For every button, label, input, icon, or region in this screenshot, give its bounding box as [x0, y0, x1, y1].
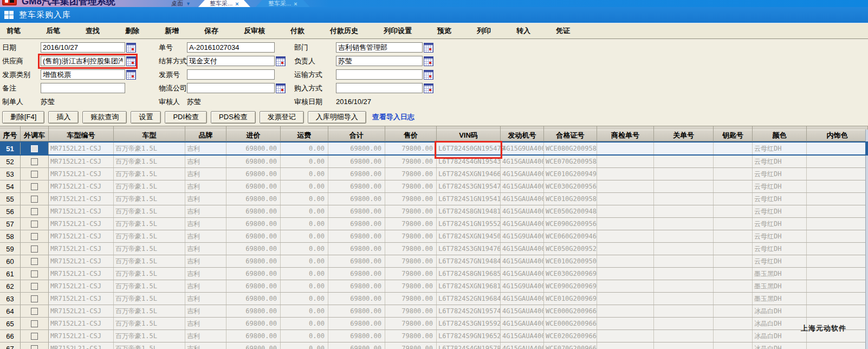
cell-key_no[interactable] — [714, 205, 753, 217]
cell-brand[interactable]: 吉利 — [185, 180, 226, 192]
cell-key_no[interactable] — [714, 330, 753, 342]
cell-seq[interactable]: 63 — [0, 293, 21, 305]
table-row[interactable]: 53MR7152L21-CSJ百万帝豪1.5L吉利69800.000.00698… — [0, 168, 868, 180]
cell-vin[interactable]: L6T7824SXGN196817 — [437, 280, 501, 292]
lookup-picker-icon[interactable] — [424, 83, 433, 93]
cell-price_in[interactable]: 69800.00 — [226, 255, 281, 267]
cell-price_sell[interactable]: 79800.00 — [385, 305, 437, 317]
cell-transfer[interactable] — [21, 255, 49, 267]
column-header-customs[interactable]: 关单号 — [654, 130, 714, 141]
cell-cert[interactable]: WCE060G20094665 — [544, 230, 597, 242]
cell-cert[interactable]: WCE090G20095690 — [544, 218, 597, 230]
action-button-3[interactable]: 设置 — [131, 111, 161, 124]
cell-vin[interactable]: L6T7824S8GN196850 — [437, 268, 501, 280]
cell-price_sell[interactable]: 79800.00 — [385, 243, 437, 255]
cell-inspection[interactable] — [597, 255, 654, 267]
table-row[interactable]: 54MR7152L21-CSJ百万帝豪1.5L吉利69800.000.00698… — [0, 180, 868, 193]
column-header-freight[interactable]: 运费 — [281, 130, 328, 141]
cell-total[interactable]: 69800.00 — [328, 168, 385, 180]
cell-key_no[interactable] — [714, 268, 753, 280]
cell-key_no[interactable] — [714, 318, 753, 329]
cell-cert[interactable]: WCE050G20095264 — [544, 243, 597, 255]
cell-inspection[interactable] — [597, 305, 654, 317]
column-header-engine[interactable]: 发动机号 — [501, 130, 544, 141]
cell-model_code[interactable]: MR7152L21-CSJ — [49, 205, 114, 217]
cell-seq[interactable]: 64 — [0, 305, 21, 317]
cell-total[interactable]: 69800.00 — [328, 143, 385, 154]
cell-model[interactable]: 百万帝豪1.5L — [114, 193, 185, 205]
cell-engine[interactable]: 4G15GAUA40009 — [501, 180, 544, 192]
table-row[interactable]: 55MR7152L21-CSJ百万帝豪1.5L吉利69800.000.00698… — [0, 193, 868, 205]
transfer-checkbox[interactable] — [31, 183, 38, 190]
lookup-picker-icon[interactable] — [126, 70, 136, 80]
cell-brand[interactable]: 吉利 — [185, 305, 226, 317]
transfer-checkbox[interactable] — [31, 270, 38, 277]
cell-model_code[interactable]: MR7152L21-CSJ — [49, 255, 114, 267]
cell-cert[interactable]: WCE090G20096946 — [544, 280, 597, 292]
cell-freight[interactable]: 0.00 — [281, 143, 328, 154]
cell-transfer[interactable] — [21, 268, 49, 280]
cell-engine[interactable]: 4G15GAUA40000 — [501, 168, 544, 180]
cell-freight[interactable]: 0.00 — [281, 230, 328, 242]
cell-cert[interactable]: WCE010G20095015 — [544, 255, 597, 267]
cell-brand[interactable]: 吉利 — [185, 193, 226, 205]
table-row[interactable]: 62MR7152L21-CSJ百万帝豪1.5L吉利69800.000.00698… — [0, 280, 868, 293]
cell-model[interactable]: 百万帝豪1.5L — [114, 342, 185, 349]
cell-seq[interactable]: 66 — [0, 330, 21, 342]
table-row[interactable]: 58MR7152L21-CSJ百万帝豪1.5L吉利69800.000.00698… — [0, 230, 868, 243]
cell-brand[interactable]: 吉利 — [185, 156, 226, 167]
cell-freight[interactable]: 0.00 — [281, 305, 328, 317]
cell-model[interactable]: 百万帝豪1.5L — [114, 168, 185, 180]
cell-key_no[interactable] — [714, 168, 753, 180]
action-button-1[interactable]: 插入 — [48, 111, 79, 124]
toolbar-item-3[interactable]: 删除 — [125, 26, 139, 36]
cell-seq[interactable]: 62 — [0, 280, 21, 292]
cell-vin[interactable]: L6T7824S4GN195436 — [437, 156, 501, 167]
toolbar-item-0[interactable]: 前笔 — [7, 26, 21, 36]
cell-seq[interactable]: 53 — [0, 168, 21, 180]
cell-color[interactable]: 墨玉黑DH — [753, 293, 807, 305]
cell-seq[interactable]: 56 — [0, 205, 21, 217]
cell-price_sell[interactable]: 79800.00 — [385, 143, 437, 154]
cell-color[interactable]: 冰晶白DH — [753, 305, 807, 317]
cell-cert[interactable]: WCE050G20094857 — [544, 205, 597, 217]
cell-engine[interactable]: 4G15GAUA40016 — [501, 342, 544, 349]
cell-engine[interactable]: 4G15G9UA40001 — [501, 143, 544, 154]
cell-vin[interactable]: L6T7824S2GN195743 — [437, 305, 501, 317]
cell-seq[interactable]: 57 — [0, 218, 21, 230]
cell-color[interactable]: 云母红DH — [753, 193, 807, 205]
cell-customs[interactable] — [654, 218, 714, 230]
cell-interior[interactable] — [807, 268, 868, 280]
cell-transfer[interactable] — [21, 205, 49, 217]
cell-customs[interactable] — [654, 230, 714, 242]
cell-cert[interactable]: WCE010G20096961 — [544, 293, 597, 305]
cell-color[interactable]: 云母红DH — [753, 243, 807, 255]
tab-close-icon[interactable]: × — [294, 1, 297, 7]
cell-model_code[interactable]: MR7152L21-CSJ — [49, 193, 114, 205]
cell-model[interactable]: 百万帝豪1.5L — [114, 218, 185, 230]
cell-transfer[interactable] — [21, 230, 49, 242]
cell-customs[interactable] — [654, 193, 714, 205]
cell-model_code[interactable]: MR7152L21-CSJ — [49, 268, 114, 280]
cell-engine[interactable]: 4G15GAUA40015 — [501, 330, 544, 342]
lookup-picker-icon[interactable] — [126, 43, 136, 53]
cell-seq[interactable]: 59 — [0, 243, 21, 255]
toolbar-item-12[interactable]: 转入 — [516, 26, 530, 36]
cell-price_sell[interactable]: 79800.00 — [385, 330, 437, 342]
transfer-checkbox[interactable] — [31, 308, 38, 315]
cell-model_code[interactable]: MR7152L21-CSJ — [49, 330, 114, 342]
cell-vin[interactable]: L6T7824S0GN195479 — [437, 143, 501, 154]
cell-customs[interactable] — [654, 318, 714, 329]
cell-price_in[interactable]: 69800.00 — [226, 330, 281, 342]
column-header-inspection[interactable]: 商检单号 — [597, 130, 654, 141]
table-row[interactable]: 66MR7152L21-CSJ百万帝豪1.5L吉利69800.000.00698… — [0, 330, 868, 342]
cell-key_no[interactable] — [714, 243, 753, 255]
cell-customs[interactable] — [654, 168, 714, 180]
cell-transfer[interactable] — [21, 143, 49, 154]
transfer-checkbox[interactable] — [31, 345, 38, 349]
cell-customs[interactable] — [654, 243, 714, 255]
action-button-2[interactable]: 账款查询 — [82, 111, 127, 124]
table-row[interactable]: 56MR7152L21-CSJ百万帝豪1.5L吉利69800.000.00698… — [0, 205, 868, 218]
field-input-logistics[interactable] — [187, 83, 275, 93]
cell-brand[interactable]: 吉利 — [185, 342, 226, 349]
